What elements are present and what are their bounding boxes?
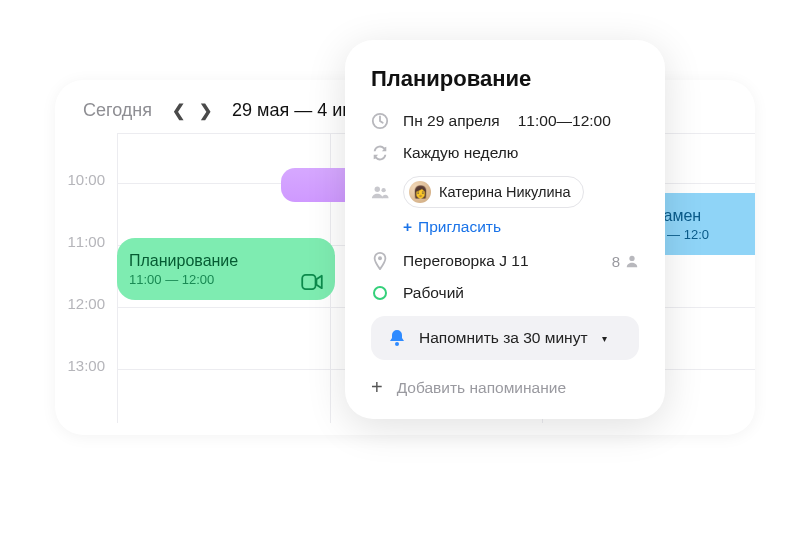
add-reminder-label: Добавить напоминание bbox=[397, 379, 566, 397]
event-time: 11:00 — 12:00 bbox=[129, 272, 323, 287]
detail-room-row[interactable]: Переговорка J 11 8 bbox=[371, 252, 639, 270]
participant-name: Катерина Никулина bbox=[439, 184, 571, 200]
status-dot-icon bbox=[371, 284, 389, 302]
hour-label: 11:00 bbox=[55, 233, 117, 295]
location-icon bbox=[371, 252, 389, 270]
event-detail-panel: Планирование Пн 29 апреля 11:00—12:00 Ка… bbox=[345, 40, 665, 419]
chevron-down-icon: ▾ bbox=[602, 333, 607, 344]
bell-icon bbox=[387, 328, 407, 348]
repeat-icon bbox=[371, 144, 389, 162]
svg-rect-0 bbox=[302, 275, 315, 289]
invite-link[interactable]: + Пригласить bbox=[403, 218, 639, 236]
hour-label: 10:00 bbox=[55, 171, 117, 233]
reminder-pill[interactable]: Напомнить за 30 минут ▾ bbox=[371, 316, 639, 360]
reminder-label: Напомнить за 30 минут bbox=[419, 329, 588, 347]
svg-point-4 bbox=[378, 256, 382, 260]
nav-arrows: ❮ ❯ bbox=[170, 101, 214, 120]
next-arrow-icon[interactable]: ❯ bbox=[197, 101, 214, 120]
hour-label: 13:00 bbox=[55, 357, 117, 419]
add-reminder-button[interactable]: + Добавить напоминание bbox=[371, 376, 639, 399]
detail-time: 11:00—12:00 bbox=[518, 112, 611, 130]
prev-arrow-icon[interactable]: ❮ bbox=[170, 101, 187, 120]
participant-chip[interactable]: 👩 Катерина Никулина bbox=[403, 176, 584, 208]
plus-icon: + bbox=[371, 376, 383, 399]
video-icon bbox=[301, 274, 323, 290]
people-icon bbox=[371, 183, 389, 201]
event-title: Планирование bbox=[129, 252, 323, 270]
hour-label: 12:00 bbox=[55, 295, 117, 357]
room-capacity: 8 bbox=[612, 253, 639, 270]
clock-icon bbox=[371, 112, 389, 130]
today-button[interactable]: Сегодня bbox=[83, 100, 152, 121]
detail-recurrence: Каждую неделю bbox=[403, 144, 518, 162]
hour-column: 10:00 11:00 12:00 13:00 bbox=[55, 133, 117, 423]
date-range: 29 мая — 4 ию bbox=[232, 100, 356, 121]
svg-point-5 bbox=[629, 256, 634, 261]
room-name: Переговорка J 11 bbox=[403, 252, 529, 270]
plus-icon: + bbox=[403, 218, 412, 236]
calendar-name: Рабочий bbox=[403, 284, 464, 302]
detail-datetime-row[interactable]: Пн 29 апреля 11:00—12:00 bbox=[371, 112, 639, 130]
detail-calendar-row[interactable]: Рабочий bbox=[371, 284, 639, 302]
event-green[interactable]: Планирование 11:00 — 12:00 bbox=[117, 238, 335, 300]
person-icon bbox=[625, 254, 639, 268]
svg-point-3 bbox=[381, 188, 385, 192]
invite-label: Пригласить bbox=[418, 218, 501, 236]
svg-point-2 bbox=[375, 187, 380, 192]
detail-title: Планирование bbox=[371, 66, 639, 92]
detail-date: Пн 29 апреля bbox=[403, 112, 500, 130]
detail-participants-row: 👩 Катерина Никулина bbox=[371, 176, 639, 208]
avatar: 👩 bbox=[409, 181, 431, 203]
svg-point-6 bbox=[395, 342, 399, 346]
detail-recurrence-row[interactable]: Каждую неделю bbox=[371, 144, 639, 162]
